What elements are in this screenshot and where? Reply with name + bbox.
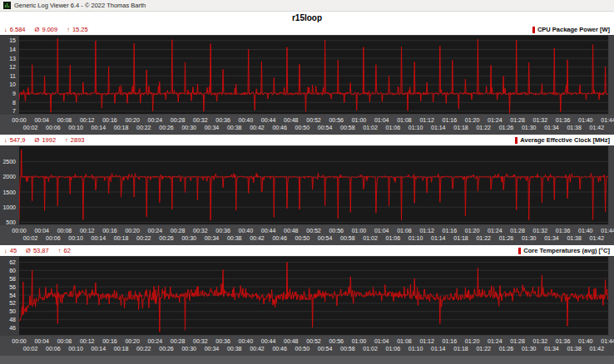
x-tick-label: 01:04 — [370, 338, 394, 344]
series-label: Average Effective Clock [MHz] — [515, 137, 610, 144]
x-tick-label: 01:06 — [381, 125, 404, 130]
x-tick-label: 00:28 — [166, 338, 190, 344]
x-tick-label: 01:18 — [449, 125, 473, 130]
chart-stats: ↓6.584 Ø9.009 ↑15.25 — [4, 27, 88, 33]
x-tick-label: 00:40 — [234, 117, 257, 123]
x-tick-label: 00:36 — [211, 117, 235, 123]
x-tick-label: 01:00 — [347, 338, 370, 344]
log-title: r15loop — [292, 13, 322, 22]
x-tick-label: 00:16 — [98, 338, 121, 344]
avg-symbol-icon: Ø — [35, 27, 40, 33]
x-tick-label: 01:00 — [347, 228, 370, 234]
x-tick-label: 01:04 — [370, 228, 394, 234]
x-tick-label: 00:58 — [336, 125, 359, 130]
y-tick-label: 7 — [12, 108, 16, 114]
y-axis: 5001000150020002500 — [0, 145, 18, 225]
x-tick-label: 01:26 — [494, 346, 517, 352]
x-tick-label: 00:52 — [302, 117, 325, 123]
x-tick-label: 00:56 — [324, 338, 348, 344]
x-tick-label: 00:54 — [314, 346, 337, 352]
max-arrow-icon: ↑ — [67, 27, 70, 33]
x-tick-label: 01:20 — [461, 228, 484, 234]
x-tick-label: 01:20 — [461, 338, 484, 344]
x-tick-label: 01:34 — [540, 125, 563, 130]
x-axis: 00:0000:0200:0400:0600:0800:1000:1200:14… — [0, 336, 614, 356]
y-tick-label: 62 — [9, 259, 16, 265]
x-tick-label: 00:48 — [280, 117, 303, 123]
y-tick-label: 13 — [9, 56, 16, 61]
x-tick-label: 01:08 — [393, 338, 416, 344]
x-tick-label: 00:12 — [76, 338, 99, 344]
x-tick-label: 01:34 — [540, 235, 563, 241]
window-titlebar[interactable]: Generic Log Viewer 6.4 - © 2022 Thomas B… — [0, 0, 614, 12]
min-arrow-icon: ↓ — [4, 137, 7, 144]
x-tick-label: 00:30 — [177, 346, 201, 352]
x-tick-label: 01:40 — [574, 117, 597, 123]
y-tick-label: 46 — [9, 325, 16, 331]
x-tick-label: 01:12 — [415, 117, 438, 123]
window-title: Generic Log Viewer 6.4 - © 2022 Thomas B… — [14, 2, 146, 9]
x-tick-label: 00:22 — [132, 346, 156, 352]
x-tick-label: 00:14 — [87, 235, 110, 241]
x-tick-label: 00:34 — [200, 125, 223, 130]
x-tick-label: 01:12 — [415, 228, 438, 234]
x-tick-label: 01:00 — [347, 117, 370, 123]
x-tick-label: 00:28 — [166, 117, 190, 123]
chart-panel-core-temperatures: ↓45 Ø53,87 ↑62 Core Temperatures (avg) [… — [0, 245, 614, 356]
plot-area[interactable] — [18, 35, 609, 115]
x-tick-label: 01:06 — [381, 346, 404, 352]
avg-symbol-icon: Ø — [26, 248, 31, 254]
chart-body: 789101112131415 00:0000:0200:0400:0600:0… — [0, 35, 614, 135]
x-tick-label: 00:24 — [143, 338, 166, 344]
x-tick-label: 00:40 — [234, 228, 257, 234]
x-tick-label: 01:32 — [528, 228, 552, 234]
x-tick-label: 00:00 — [7, 117, 31, 123]
x-tick-label: 00:50 — [290, 235, 314, 241]
plot-area[interactable] — [18, 256, 609, 336]
x-tick-label: 01:42 — [585, 346, 608, 352]
x-tick-label: 01:22 — [472, 125, 495, 130]
x-tick-label: 01:30 — [517, 235, 541, 241]
x-tick-label: 00:54 — [314, 235, 337, 241]
x-tick-label: 01:40 — [574, 228, 597, 234]
x-tick-label: 01:10 — [404, 346, 428, 352]
app-logo-icon — [3, 2, 11, 9]
y-tick-label: 1500 — [2, 189, 16, 195]
x-tick-label: 00:30 — [177, 125, 201, 130]
chart-body: 464850525456586062 00:0000:0200:0400:060… — [0, 256, 614, 356]
y-axis: 789101112131415 — [0, 35, 18, 115]
x-tick-label: 01:40 — [574, 338, 597, 344]
series-color-bar-icon — [518, 248, 521, 254]
y-tick-label: 10 — [9, 81, 16, 87]
x-tick-label: 00:10 — [64, 346, 87, 352]
max-arrow-icon: ↑ — [65, 137, 68, 144]
x-tick-label: 01:14 — [427, 235, 450, 241]
x-tick-label: 00:04 — [30, 228, 53, 234]
x-tick-label: 00:16 — [98, 228, 121, 234]
series-label: Core Temperatures (avg) [°C] — [518, 248, 610, 254]
stat-min: ↓547,9 — [4, 137, 26, 144]
y-tick-label: 48 — [9, 317, 16, 322]
y-axis: 464850525456586062 — [0, 256, 18, 336]
y-tick-label: 52 — [9, 300, 16, 306]
x-tick-label: 00:52 — [302, 228, 325, 234]
chart-body: 5001000150020002500 00:0000:0200:0400:06… — [0, 145, 614, 245]
x-tick-label: 00:32 — [189, 228, 212, 234]
stat-min: ↓45 — [4, 248, 17, 254]
x-tick-label: 00:14 — [87, 346, 110, 352]
stats-row: ↓547,9 Ø1992 ↑2893 Average Effective Clo… — [0, 135, 614, 145]
x-tick-label: 00:52 — [302, 338, 325, 344]
y-tick-label: 11 — [10, 73, 16, 79]
x-tick-label: 01:22 — [472, 235, 495, 241]
x-tick-label: 01:26 — [494, 235, 517, 241]
x-tick-label: 00:18 — [110, 235, 133, 241]
plot-area[interactable] — [18, 145, 609, 225]
x-tick-label: 00:56 — [324, 228, 348, 234]
stat-min: ↓6.584 — [4, 27, 26, 33]
y-tick-label: 56 — [9, 284, 16, 290]
x-tick-label: 00:34 — [200, 346, 223, 352]
x-tick-label: 01:38 — [562, 346, 586, 352]
x-tick-label: 00:48 — [280, 228, 303, 234]
x-tick-label: 00:46 — [268, 346, 291, 352]
x-tick-label: 00:38 — [223, 346, 246, 352]
